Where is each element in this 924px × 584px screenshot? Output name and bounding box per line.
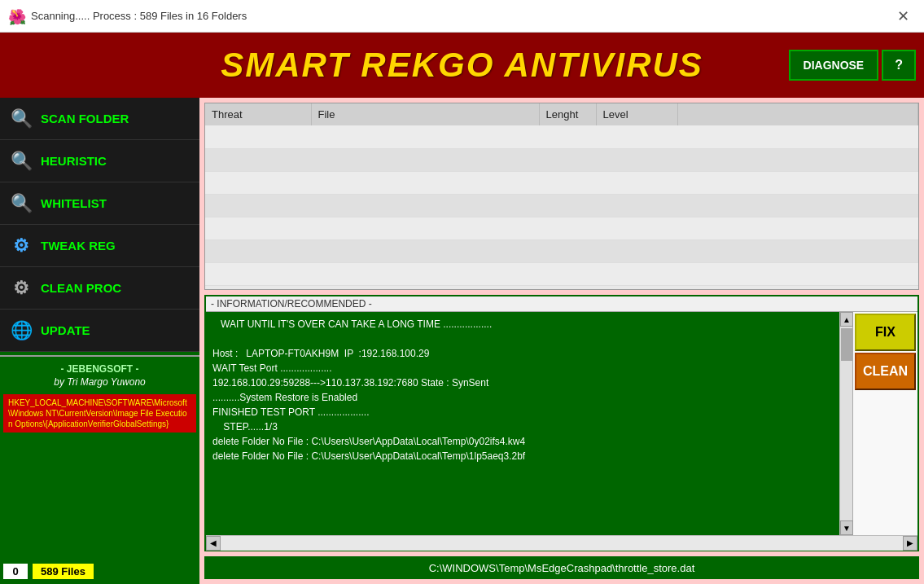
h-scroll-right-arrow[interactable]: ▶ [903,536,917,551]
threat-table-container: Threat File Lenght Level [204,103,919,290]
file-counter: 0 [3,564,28,579]
sidebar-divider [0,355,199,357]
table-row [205,125,918,148]
h-scroll-track[interactable] [221,536,903,551]
col-level: Level [596,103,677,125]
h-scroll-left-arrow[interactable]: ◀ [206,536,221,551]
scan-folder-icon: 🔍 [10,108,33,130]
info-header-label: - INFORMATION/RECOMMENDED - [211,298,372,310]
files-count: 589 Files [33,564,94,579]
sidebar-item-tweak-reg-label: TWEAK REG [41,239,116,252]
clean-proc-icon: ⚙ [10,278,33,299]
title-text: Scanning..... Process : 589 Files in 16 … [31,10,891,22]
app-title: SMART REKGO ANTIVIRUS [221,46,703,85]
sidebar-item-update[interactable]: 🌐 UPDATE [0,310,199,352]
sidebar-item-whitelist[interactable]: 🔍 WHITELIST [0,182,199,225]
content-area: Threat File Lenght Level [199,98,924,584]
col-length: Lenght [539,103,596,125]
diagnose-button[interactable]: DIAGNOSE [789,50,879,81]
table-row [205,217,918,239]
sidebar-bottom: 0 589 Files [0,558,199,584]
info-panel: - INFORMATION/RECOMMENDED - WAIT UNTIL I… [204,295,919,551]
sidebar-item-update-label: UPDATE [41,323,90,337]
title-bar: 🌺 Scanning..... Process : 589 Files in 1… [0,0,924,33]
threat-table: Threat File Lenght Level [205,103,918,286]
info-text[interactable]: WAIT UNTIL IT'S OVER CAN TAKE A LONG TIM… [206,312,839,535]
sidebar-item-heuristic[interactable]: 🔍 HEURISTIC [0,140,199,182]
sidebar-item-clean-proc-label: CLEAN PROC [41,281,121,295]
main-layout: 🔍 SCAN FOLDER 🔍 HEURISTIC 🔍 WHITELIST ⚙ … [0,98,924,584]
sidebar: 🔍 SCAN FOLDER 🔍 HEURISTIC 🔍 WHITELIST ⚙ … [0,98,199,584]
status-text: C:\WINDOWS\Temp\MsEdgeCrashpad\throttle_… [429,562,695,574]
update-icon: 🌐 [10,320,33,341]
scrollbar-up-arrow[interactable]: ▲ [840,312,853,327]
info-side-buttons: FIX CLEAN [852,312,917,535]
sidebar-item-heuristic-label: HEURISTIC [41,154,107,168]
sidebar-item-scan-folder[interactable]: 🔍 SCAN FOLDER [0,98,199,140]
horizontal-scrollbar[interactable]: ◀ ▶ [206,535,917,550]
author-label: by Tri Margo Yuwono [0,375,199,391]
sidebar-item-clean-proc[interactable]: ⚙ CLEAN PROC [0,267,199,310]
table-row [205,171,918,194]
header: SMART REKGO ANTIVIRUS DIAGNOSE ? [0,33,924,98]
info-body: WAIT UNTIL IT'S OVER CAN TAKE A LONG TIM… [206,312,917,535]
col-threat: Threat [205,103,311,125]
app-icon: 🌺 [8,8,24,24]
whitelist-icon: 🔍 [10,193,33,214]
clean-button[interactable]: CLEAN [855,353,916,390]
scrollbar-thumb[interactable] [841,328,852,361]
heuristic-icon: 🔍 [10,151,33,172]
sidebar-item-whitelist-label: WHITELIST [41,196,107,210]
col-file: File [311,103,539,125]
reg-key-display: HKEY_LOCAL_MACHINE\SOFTWARE\Microsoft\Wi… [3,394,196,433]
table-row [205,239,918,262]
fix-button[interactable]: FIX [855,314,916,351]
scrollbar-down-arrow[interactable]: ▼ [840,520,853,535]
info-header: - INFORMATION/RECOMMENDED - [206,296,917,312]
sidebar-item-scan-folder-label: SCAN FOLDER [41,112,129,125]
tweak-reg-icon: ⚙ [10,235,33,257]
table-row [205,194,918,217]
status-bar: C:\WINDOWS\Temp\MsEdgeCrashpad\throttle_… [204,556,919,579]
sidebar-item-tweak-reg[interactable]: ⚙ TWEAK REG [0,225,199,267]
info-scrollbar[interactable]: ▲ ▼ [839,312,852,535]
brand-name: - JEBENGSOFT - [0,360,199,375]
header-buttons: DIAGNOSE ? [789,50,916,81]
close-button[interactable]: ✕ [891,6,916,27]
help-button[interactable]: ? [882,50,916,81]
table-row [205,262,918,285]
table-row [205,148,918,171]
col-action [677,103,918,125]
